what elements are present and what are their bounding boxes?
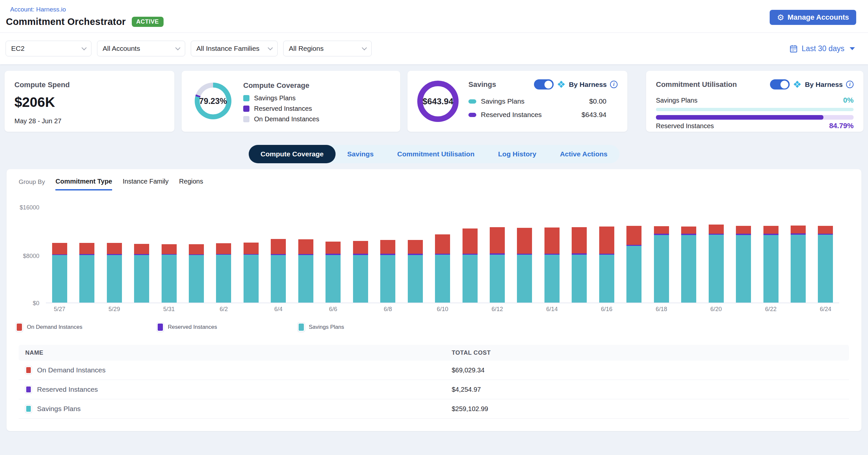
tab-compute-coverage[interactable]: Compute Coverage (249, 145, 336, 163)
bar-segment-on-demand-instances (380, 240, 395, 254)
bar-slot-6/23 (784, 208, 812, 303)
bar-segment-on-demand-instances (244, 243, 259, 254)
table-header-row: NAME TOTAL COST (19, 345, 849, 361)
cost-table: NAME TOTAL COST On Demand Instances$69,0… (19, 345, 849, 419)
x-axis-label: 6/4 (265, 306, 292, 313)
by-harness-toggle[interactable] (770, 79, 789, 90)
x-axis-label: 5/31 (155, 306, 183, 313)
bar-segment-savings-plans (654, 235, 669, 303)
stacked-bar-6/20 (709, 224, 724, 303)
bar-slot-5/28 (73, 208, 100, 303)
regions-dropdown-value: All Regions (289, 44, 323, 53)
row-swatch (25, 366, 32, 374)
stacked-bar-6/24 (818, 226, 833, 303)
stacked-bar-6/5 (298, 239, 313, 303)
legend-swatch (468, 99, 476, 103)
chart-legend-item-savings-plans[interactable]: Savings Plans (298, 323, 439, 332)
tab-active-actions[interactable]: Active Actions (548, 145, 619, 163)
reserved-instances-utilisation-label: Reserved Instances (656, 122, 714, 130)
chevron-down-icon (268, 45, 273, 50)
bar-slot-6/17 (621, 208, 648, 303)
toggle-knob (545, 81, 552, 89)
chart-legend-item-reserved-instances[interactable]: Reserved Instances (157, 323, 298, 332)
date-range-label: Last 30 days (802, 44, 844, 53)
stacked-bar-5/28 (79, 243, 94, 303)
stacked-bar-6/11 (463, 229, 477, 303)
chart-legend: On Demand InstancesReserved InstancesSav… (16, 323, 439, 332)
bar-segment-savings-plans (79, 255, 94, 303)
table-row-savings-plans[interactable]: Savings Plans$259,102.99 (19, 399, 849, 419)
by-harness-toggle[interactable] (534, 79, 554, 90)
bar-slot-6/18 (648, 208, 675, 303)
bar-segment-on-demand-instances (545, 228, 560, 254)
bar-slot-6/21 (730, 208, 757, 303)
x-axis-label (73, 306, 100, 313)
info-icon[interactable]: i (610, 81, 618, 88)
bar-slot-6/11 (456, 208, 484, 303)
instance-families-dropdown[interactable]: All Instance Families (191, 41, 278, 56)
table-row-on-demand-instances[interactable]: On Demand Instances$69,029.34 (19, 361, 849, 380)
top-header: Account: Harness.io Commitment Orchestra… (0, 0, 868, 33)
group-by-option-regions[interactable]: Regions (179, 178, 203, 189)
bar-segment-savings-plans (353, 255, 368, 303)
status-badge: ACTIVE (132, 17, 163, 27)
tab-log-history[interactable]: Log History (487, 145, 549, 163)
chevron-down-icon (175, 45, 181, 50)
bar-slot-6/2 (210, 208, 237, 303)
info-icon[interactable]: i (846, 81, 854, 88)
date-range-picker[interactable]: Last 30 days (789, 44, 855, 53)
service-dropdown-value: EC2 (11, 44, 25, 53)
bar-slot-5/29 (101, 208, 128, 303)
chart-legend-item-on-demand-instances[interactable]: On Demand Instances (16, 323, 157, 332)
x-axis-label (730, 306, 757, 313)
table-header-total-cost: TOTAL COST (452, 350, 849, 356)
bar-slot-6/8 (374, 208, 401, 303)
group-by-option-instance-family[interactable]: Instance Family (123, 178, 168, 189)
table-row-reserved-instances[interactable]: Reserved Instances$4,254.97 (19, 380, 849, 399)
bar-slot-6/13 (511, 208, 538, 303)
compute-spend-value: $206K (14, 94, 164, 110)
regions-dropdown[interactable]: All Regions (283, 41, 372, 56)
y-axis-tick: $16000 (11, 204, 39, 211)
bar-segment-savings-plans (134, 255, 149, 303)
bar-segment-on-demand-instances (654, 226, 669, 234)
bar-segment-savings-plans (818, 235, 833, 303)
bar-segment-on-demand-instances (326, 242, 341, 254)
bar-segment-on-demand-instances (736, 226, 751, 234)
manage-accounts-button[interactable]: ⚙ Manage Accounts (770, 10, 856, 25)
harness-logo-icon: ❖ (557, 80, 566, 90)
stacked-bar-6/23 (790, 225, 806, 303)
service-dropdown[interactable]: EC2 (6, 41, 91, 56)
stacked-bar-6/16 (599, 226, 614, 303)
tab-savings[interactable]: Savings (335, 145, 385, 163)
row-name: Reserved Instances (37, 386, 98, 393)
row-total-cost: $4,254.97 (452, 386, 849, 393)
stacked-bar-6/12 (490, 227, 505, 303)
savings-breakdown: Savings Plans$0.00Reserved Instances$643… (468, 97, 618, 119)
stacked-bar-6/13 (517, 228, 532, 303)
bar-segment-on-demand-instances (626, 226, 642, 245)
stacked-bar-6/22 (764, 226, 778, 303)
bar-segment-savings-plans (244, 255, 259, 303)
legend-swatch (16, 323, 23, 332)
account-breadcrumb-link[interactable]: Account: Harness.io (10, 6, 856, 13)
bar-slot-5/30 (128, 208, 155, 303)
bar-segment-on-demand-instances (490, 227, 505, 253)
savings-row-reserved-instances: Reserved Instances$643.94 (468, 111, 618, 119)
x-axis-label: 6/14 (538, 306, 565, 313)
compute-coverage-card: 79.23% Compute Coverage Savings PlansRes… (182, 71, 400, 132)
stacked-bar-6/9 (408, 240, 423, 303)
legend-swatch (243, 116, 249, 122)
accounts-dropdown[interactable]: All Accounts (97, 41, 185, 56)
filter-bar: EC2 All Accounts All Instance Families A… (0, 33, 868, 64)
group-by-option-commitment-type[interactable]: Commitment Type (55, 178, 112, 190)
row-swatch (25, 386, 32, 393)
stacked-bar-5/29 (107, 243, 122, 303)
compute-spend-period: May 28 - Jun 27 (14, 117, 164, 125)
bar-segment-savings-plans (572, 255, 587, 303)
legend-label: Savings Plans (309, 324, 344, 330)
bar-slot-6/7 (347, 208, 374, 303)
stacked-bar-6/18 (654, 226, 669, 303)
tab-commitment-utilisation[interactable]: Commitment Utilisation (385, 145, 487, 163)
accounts-dropdown-value: All Accounts (102, 44, 140, 53)
